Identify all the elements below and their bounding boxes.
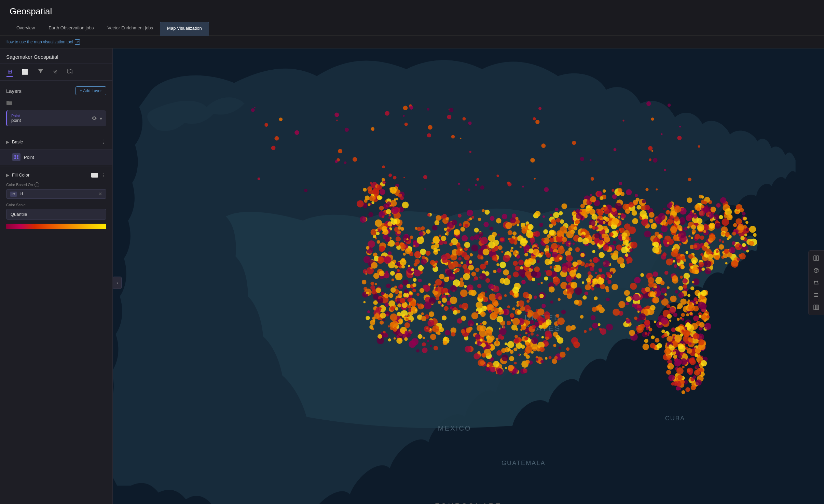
svg-rect-12 [814, 295, 818, 295]
color-gradient-bar [6, 224, 106, 229]
layer-type: Point [11, 114, 21, 118]
map-svg: UNITED STATES MEXICO CUBA GUATEMALA FOUR… [113, 48, 824, 504]
help-bar: How to use the map visualization tool ↗ [0, 36, 824, 48]
external-link-icon: ↗ [75, 39, 80, 45]
svg-point-9 [814, 281, 815, 282]
sidebar-collapse-button[interactable]: ‹ [113, 277, 122, 289]
filter-icon[interactable] [37, 67, 45, 77]
fill-color-section: ▶ Fill Color ⋮ Color Based On i int id ✕… [0, 168, 112, 235]
map-container: ‹ UNITED STATES MEXICO CUBA GUATEMALA FO… [113, 48, 824, 504]
field-tag[interactable]: int id ✕ [6, 189, 106, 199]
list-button[interactable] [811, 290, 822, 300]
point-sub-label: Point [24, 155, 34, 160]
layer-card-header: Point point ▾ [7, 110, 106, 126]
main-layout: Sagemaker Geospatial ⊞ ⬜ ✳ Layers + Add … [0, 48, 824, 504]
help-link[interactable]: How to use the map visualization tool ↗ [5, 39, 80, 45]
svg-text:UNITED: UNITED [524, 314, 561, 322]
columns-button[interactable] [811, 302, 822, 313]
help-link-text: How to use the map visualization tool [5, 40, 73, 44]
svg-rect-16 [817, 305, 819, 310]
app-title: Geospatial [10, 6, 814, 17]
svg-text:STATES: STATES [524, 324, 561, 333]
fill-color-chevron-icon: ▶ [6, 173, 9, 178]
remove-field-icon[interactable]: ✕ [98, 191, 102, 197]
svg-rect-11 [814, 293, 818, 294]
layers-icon[interactable]: ⊞ [6, 67, 13, 77]
map-icon[interactable] [66, 67, 74, 77]
layers-section: Layers + Add Layer Point point [0, 81, 112, 135]
fill-color-label: Fill Color [12, 172, 29, 178]
layers-title: Layers [6, 88, 22, 94]
basic-more-icon[interactable]: ⋮ [101, 139, 106, 145]
field-name: id [20, 192, 96, 196]
folder-icon-row [6, 100, 106, 107]
svg-rect-8 [816, 256, 819, 261]
layer-collapse-icon[interactable]: ▾ [100, 116, 102, 121]
tab-overview[interactable]: Overview [10, 22, 42, 36]
layers-header: Layers + Add Layer [6, 86, 106, 95]
sidebar: Sagemaker Geospatial ⊞ ⬜ ✳ Layers + Add … [0, 48, 113, 504]
nav-tabs: Overview Earth Observation jobs Vector E… [10, 22, 814, 36]
right-toolbar [808, 250, 824, 315]
add-layer-button[interactable]: + Add Layer [75, 86, 106, 95]
basic-section-row[interactable]: ▶ Basic ⋮ [0, 135, 112, 149]
sidebar-toolbar: ⊞ ⬜ ✳ [0, 64, 112, 81]
point-circles-decoration [14, 155, 18, 159]
point-icon [12, 153, 20, 161]
tab-vector-enrichment[interactable]: Vector Enrichment jobs [100, 22, 160, 36]
fill-color-more-icon[interactable]: ⋮ [101, 172, 106, 178]
field-type-badge: int [10, 192, 17, 197]
svg-rect-14 [814, 305, 815, 310]
point-sub-item: Point [0, 149, 112, 165]
folder-icon [6, 101, 12, 107]
header: Geospatial Overview Earth Observation jo… [0, 0, 824, 36]
split-view-button[interactable] [811, 253, 822, 264]
svg-rect-13 [814, 296, 818, 297]
sparkle-icon[interactable]: ✳ [52, 67, 59, 76]
svg-rect-7 [814, 256, 816, 261]
tab-earth-observation[interactable]: Earth Observation jobs [42, 22, 100, 36]
svg-point-10 [817, 281, 818, 282]
basic-label: Basic [12, 139, 23, 144]
svg-text:CUBA: CUBA [665, 415, 685, 422]
svg-text:GUATEMALA: GUATEMALA [502, 460, 546, 466]
cube-button[interactable] [811, 265, 822, 276]
grid-icon[interactable]: ⬜ [20, 67, 30, 76]
color-based-on-label: Color Based On i [6, 182, 106, 187]
tab-map-visualization[interactable]: Map Visualization [160, 22, 209, 36]
fill-color-header: ▶ Fill Color ⋮ [6, 172, 106, 178]
info-icon: i [35, 182, 39, 187]
layer-card-actions: ▾ [92, 116, 102, 121]
divider-1 [0, 167, 112, 167]
polygon-draw-button[interactable] [811, 277, 822, 288]
layer-name: point [11, 118, 21, 123]
svg-text:MEXICO: MEXICO [438, 424, 471, 432]
basic-chevron-icon: ▶ [6, 140, 9, 144]
sidebar-title: Sagemaker Geospatial [0, 48, 112, 64]
color-scale-select[interactable]: Quantile [6, 209, 106, 220]
layer-card-point: Point point ▾ [6, 110, 106, 126]
svg-text:FOURSQUARE: FOURSQUARE [435, 502, 502, 504]
color-swatch[interactable] [91, 173, 98, 178]
visibility-toggle[interactable] [92, 116, 97, 121]
svg-rect-15 [815, 305, 817, 310]
color-scale-label: Color Scale [6, 203, 106, 207]
layer-name-group: Point point [11, 114, 21, 123]
